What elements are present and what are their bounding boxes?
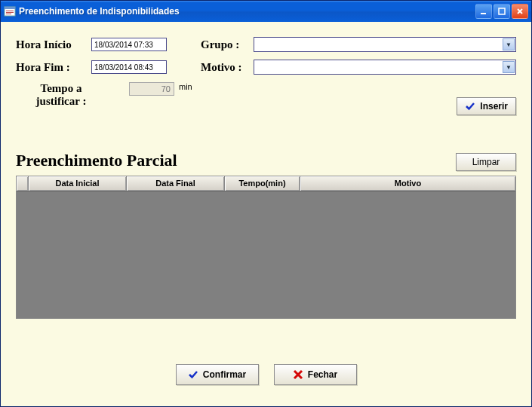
- check-icon: [188, 369, 198, 380]
- svg-rect-1: [5, 7, 15, 9]
- fechar-button[interactable]: Fechar: [274, 364, 357, 385]
- footer-buttons: Confirmar Fechar: [1, 364, 531, 385]
- grid-header: Data Inicial Data Final Tempo(min) Motiv…: [17, 176, 515, 191]
- svg-rect-4: [6, 14, 11, 14]
- label-hora-inicio: Hora Início: [16, 38, 91, 51]
- motivo-combo[interactable]: ▼: [254, 60, 516, 75]
- row-hora-inicio: Hora Início Grupo : ▼: [16, 37, 516, 52]
- limpar-button[interactable]: Limpar: [456, 153, 516, 171]
- window-title: Preenchimento de Indisponibilidades: [19, 6, 475, 17]
- col-tempo-min[interactable]: Tempo(min): [225, 176, 300, 191]
- svg-rect-2: [6, 11, 14, 11]
- tempo-field: [129, 82, 174, 96]
- section-heading-row: Preenchimento Parcial Limpar: [16, 150, 516, 171]
- app-icon: [4, 5, 16, 17]
- grid-row-selector-header[interactable]: [17, 176, 29, 191]
- client-area: Hora Início Grupo : ▼ Hora Fim : Motivo …: [1, 22, 531, 406]
- x-icon: [293, 369, 303, 380]
- chevron-down-icon: ▼: [503, 61, 515, 73]
- grid[interactable]: Data Inicial Data Final Tempo(min) Motiv…: [16, 176, 516, 319]
- inserir-button[interactable]: Inserir: [457, 97, 516, 115]
- grupo-combo[interactable]: ▼: [254, 37, 516, 52]
- col-motivo[interactable]: Motivo: [300, 176, 515, 191]
- label-tempo-justificar: Tempo a justificar :: [16, 82, 106, 109]
- label-motivo: Motivo :: [201, 61, 254, 74]
- hora-fim-field[interactable]: [91, 60, 167, 74]
- chevron-down-icon: ▼: [503, 38, 515, 50]
- fechar-label: Fechar: [308, 369, 337, 380]
- limpar-label: Limpar: [472, 157, 500, 167]
- main-window: Preenchimento de Indisponibilidades Hora…: [0, 0, 532, 407]
- section-heading: Preenchimento Parcial: [16, 151, 177, 170]
- svg-rect-3: [6, 12, 14, 13]
- confirmar-button[interactable]: Confirmar: [176, 364, 259, 385]
- svg-rect-6: [499, 8, 505, 14]
- col-data-inicial[interactable]: Data Inicial: [29, 176, 127, 191]
- label-grupo: Grupo :: [201, 38, 254, 51]
- insert-button-wrap: Inserir: [457, 97, 516, 115]
- close-button[interactable]: [512, 4, 528, 19]
- label-hora-fim: Hora Fim :: [16, 61, 91, 74]
- minimize-button[interactable]: [475, 4, 492, 19]
- check-icon: [465, 101, 475, 112]
- row-tempo: Tempo a justificar : min: [16, 82, 516, 109]
- row-hora-fim: Hora Fim : Motivo : ▼: [16, 60, 516, 75]
- inserir-label: Inserir: [480, 101, 508, 112]
- confirmar-label: Confirmar: [203, 369, 246, 380]
- tempo-unit: min: [179, 82, 192, 91]
- svg-rect-5: [481, 13, 486, 14]
- window-controls: [475, 4, 528, 19]
- maximize-button[interactable]: [494, 4, 510, 19]
- hora-inicio-field[interactable]: [91, 38, 167, 51]
- titlebar: Preenchimento de Indisponibilidades: [1, 1, 531, 22]
- col-data-final[interactable]: Data Final: [127, 176, 225, 191]
